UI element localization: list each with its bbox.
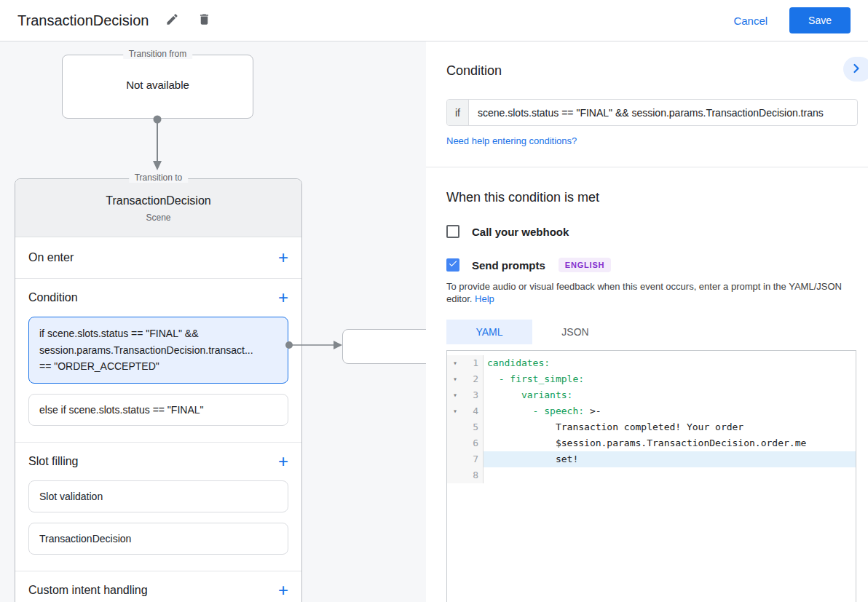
webhook-checkbox[interactable] xyxy=(446,225,459,238)
slot-filling-section-header: Slot filling + xyxy=(15,443,301,480)
transition-to-label: Transition to xyxy=(129,173,189,183)
slot-filling-label: Slot filling xyxy=(28,455,78,468)
custom-intent-label: Custom intent handling xyxy=(28,584,148,597)
call-webhook-row[interactable]: Call your webhook xyxy=(446,225,858,238)
code-line[interactable]: ▾1candidates: xyxy=(447,355,856,371)
scene-name: TransactionDecision xyxy=(15,194,301,207)
fold-arrow-icon[interactable]: ▾ xyxy=(447,355,463,371)
add-condition-button[interactable]: + xyxy=(278,289,288,306)
add-on-enter-button[interactable]: + xyxy=(278,249,288,266)
tab-yaml[interactable]: YAML xyxy=(446,320,532,344)
line-number: 3 xyxy=(463,387,484,403)
fold-arrow-icon[interactable]: ▾ xyxy=(447,371,463,387)
code-text[interactable]: variants: xyxy=(484,387,856,403)
code-line[interactable]: 6 $session.params.TransactionDecision.or… xyxy=(447,435,856,451)
code-line[interactable]: ▾2 - first_simple: xyxy=(447,371,856,387)
code-text[interactable] xyxy=(484,467,856,483)
fold-gutter xyxy=(447,451,463,467)
scene-type: Scene xyxy=(15,213,301,223)
scene-flow-canvas: Transition from Not available Transition… xyxy=(0,41,426,602)
line-number: 4 xyxy=(463,403,484,419)
on-enter-section: On enter + xyxy=(15,237,301,279)
condition-input-group: if scene.slots.status == "FINAL" && sess… xyxy=(446,99,858,126)
transition-from-box[interactable]: Transition from Not available xyxy=(62,55,253,119)
line-number: 1 xyxy=(463,355,484,371)
code-text[interactable]: candidates: xyxy=(484,355,856,371)
scene-header[interactable]: TransactionDecision Scene xyxy=(15,179,301,237)
code-line[interactable]: 5 Transaction completed! Your order xyxy=(447,419,856,435)
language-badge: ENGLISH xyxy=(559,258,612,272)
transition-to-card: Transition to TransactionDecision Scene … xyxy=(15,178,302,602)
code-line[interactable]: ▾4 - speech: >- xyxy=(447,403,856,419)
line-number: 5 xyxy=(463,419,484,435)
custom-intent-section-header: Custom intent handling + xyxy=(15,571,301,602)
page-title: TransactionDecision xyxy=(17,12,149,29)
fold-gutter xyxy=(447,419,463,435)
edit-title-button[interactable] xyxy=(163,12,181,29)
down-arrow-connector xyxy=(150,114,165,173)
line-number: 8 xyxy=(463,467,484,483)
line-number: 2 xyxy=(463,371,484,387)
pencil-icon xyxy=(165,12,179,28)
code-line[interactable]: 7 set! xyxy=(447,451,856,467)
check-icon xyxy=(448,258,458,272)
code-text[interactable]: set! xyxy=(484,451,856,467)
editor-tabs: YAML JSON xyxy=(446,320,858,344)
prompts-description-text: To provide audio or visual feedback when… xyxy=(446,281,842,304)
code-line[interactable]: 8 xyxy=(447,467,856,483)
conditions-help-link[interactable]: Need help entering conditions? xyxy=(446,135,577,146)
yaml-code-editor[interactable]: ▾1candidates:▾2 - first_simple:▾3 varian… xyxy=(446,350,856,602)
code-text[interactable]: Transaction completed! Your order xyxy=(484,419,856,435)
condition-card-selected[interactable]: if scene.slots.status == "FINAL" && sess… xyxy=(28,317,288,384)
line-number: 6 xyxy=(463,435,484,451)
condition-card[interactable]: else if scene.slots.status == "FINAL" xyxy=(28,394,288,426)
transition-from-value: Not available xyxy=(63,79,253,91)
when-condition-heading: When this condition is met xyxy=(446,167,858,205)
fold-arrow-icon[interactable]: ▾ xyxy=(447,387,463,403)
chevron-right-icon xyxy=(849,61,864,78)
condition-expression-input[interactable]: scene.slots.status == "FINAL" && session… xyxy=(469,100,857,125)
prompts-description: To provide audio or visual feedback when… xyxy=(446,280,856,305)
help-link[interactable]: Help xyxy=(475,293,494,304)
fold-gutter xyxy=(447,435,463,451)
code-lines: ▾1candidates:▾2 - first_simple:▾3 varian… xyxy=(447,355,856,483)
condition-section-label: Condition xyxy=(28,291,78,304)
add-custom-intent-button[interactable]: + xyxy=(278,582,288,599)
webhook-label: Call your webhook xyxy=(472,226,569,238)
tab-json[interactable]: JSON xyxy=(542,320,608,344)
delete-scene-button[interactable] xyxy=(195,12,213,29)
fold-arrow-icon[interactable]: ▾ xyxy=(447,403,463,419)
slot-card[interactable]: TransactionDecision xyxy=(28,523,288,555)
panel-heading: Condition xyxy=(446,41,858,79)
send-prompts-label: Send prompts xyxy=(472,259,545,272)
line-number: 7 xyxy=(463,451,484,467)
send-prompts-row[interactable]: Send prompts ENGLISH xyxy=(446,258,858,272)
condition-transition-connector xyxy=(285,338,345,352)
if-prefix: if xyxy=(447,100,469,125)
add-slot-button[interactable]: + xyxy=(278,453,288,470)
trash-icon xyxy=(197,12,211,28)
send-prompts-checkbox[interactable] xyxy=(446,258,459,272)
save-button[interactable]: Save xyxy=(789,7,851,33)
transition-target-box[interactable] xyxy=(342,329,426,364)
code-line[interactable]: ▾3 variants: xyxy=(447,387,856,403)
fold-gutter xyxy=(447,467,463,483)
code-text[interactable]: - first_simple: xyxy=(484,371,856,387)
condition-detail-panel: Condition if scene.slots.status == "FINA… xyxy=(426,41,868,602)
code-text[interactable]: $session.params.TransactionDecision.orde… xyxy=(484,435,856,451)
slot-validation-card[interactable]: Slot validation xyxy=(28,480,288,512)
condition-section-header: Condition + xyxy=(15,279,301,317)
collapse-panel-button[interactable] xyxy=(843,57,868,82)
on-enter-label: On enter xyxy=(28,251,74,264)
code-text[interactable]: - speech: >- xyxy=(484,403,856,419)
transition-from-label: Transition from xyxy=(123,49,193,59)
cancel-button[interactable]: Cancel xyxy=(733,15,768,27)
topbar: TransactionDecision Cancel Save xyxy=(0,0,868,41)
